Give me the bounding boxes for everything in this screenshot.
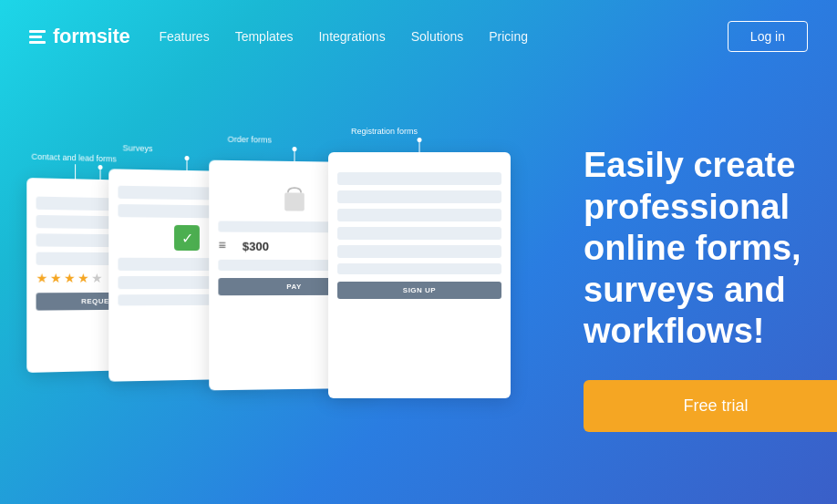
nav-features[interactable]: Features	[159, 29, 209, 44]
card3-label: Order forms	[228, 134, 272, 144]
form-field	[337, 190, 501, 203]
card1-label: Contact and lead forms	[31, 151, 116, 180]
star-2: ★	[50, 270, 62, 284]
form-field	[337, 172, 501, 185]
nav-templates[interactable]: Templates	[235, 29, 294, 44]
star-3: ★	[64, 270, 76, 284]
star-4: ★	[78, 270, 89, 284]
nav-links: Features Templates Integrations Solution…	[159, 28, 727, 45]
hero-headline: Easily create professional online forms,…	[584, 145, 837, 353]
hero-section: Contact and lead forms ★ ★ ★ ★ ★ REQUEST…	[0, 73, 837, 504]
logo-text: formsite	[53, 25, 129, 48]
nav-solutions[interactable]: Solutions	[411, 29, 464, 44]
bag-icon	[276, 179, 313, 215]
signup-button[interactable]: SIGN UP	[337, 282, 501, 299]
logo[interactable]: formsite	[29, 25, 129, 48]
form-field	[337, 209, 501, 221]
hero-text: Easily create professional online forms,…	[574, 145, 837, 432]
form-field	[337, 245, 501, 258]
logo-icon	[29, 30, 46, 44]
form-field	[337, 227, 501, 240]
svg-rect-0	[284, 192, 305, 211]
star-5: ★	[91, 270, 103, 284]
price-text: $300	[243, 239, 269, 252]
star-1: ★	[36, 270, 48, 284]
navbar: formsite Features Templates Integrations…	[0, 0, 837, 73]
card4-label: Registration forms	[351, 127, 418, 136]
forms-illustration: Contact and lead forms ★ ★ ★ ★ ★ REQUEST…	[27, 125, 556, 453]
card2-label: Surveys	[123, 143, 153, 153]
form-field	[337, 263, 501, 274]
registration-form-card: Registration forms SIGN UP	[328, 152, 511, 398]
nav-integrations[interactable]: Integrations	[318, 29, 385, 44]
free-trial-button[interactable]: Free trial	[584, 380, 837, 432]
cart-icon: ≡	[218, 237, 236, 253]
checkbox-checked: ✓	[174, 224, 200, 250]
nav-pricing[interactable]: Pricing	[489, 29, 528, 44]
login-button[interactable]: Log in	[728, 21, 808, 52]
